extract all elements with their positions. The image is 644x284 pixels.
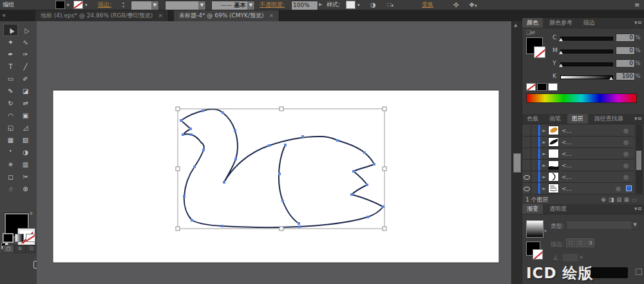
target-icon[interactable]: ◎ xyxy=(623,162,634,169)
color-spectrum-bar[interactable] xyxy=(526,93,637,103)
lock-cell[interactable] xyxy=(531,171,538,182)
panel-menu-icon[interactable]: ≡ xyxy=(634,1,639,9)
expand-icon[interactable]: ► xyxy=(540,186,548,191)
graph-tool[interactable]: ▥ xyxy=(18,158,33,171)
type-tool[interactable]: T xyxy=(3,61,18,73)
curvature-pen-tool[interactable]: ✑ xyxy=(18,48,33,61)
symbol-options-icon[interactable]: ∷▾ xyxy=(387,1,393,9)
stroke-gradient-across-icon[interactable]: ◨ xyxy=(585,238,594,247)
expand-icon[interactable]: ► xyxy=(540,151,548,156)
symbol-sprayer-tool[interactable]: ✳ xyxy=(3,158,18,171)
new-layer-icon[interactable]: ⊞ xyxy=(624,196,632,203)
lock-cell[interactable] xyxy=(531,125,538,136)
layer-row[interactable]: ► <... ◎ xyxy=(522,137,634,148)
tab-brushes[interactable]: 画笔 xyxy=(545,114,565,124)
tab-transparency[interactable]: 透明度 xyxy=(545,204,571,214)
stroke-weight-dropdown[interactable]: ▼ xyxy=(131,1,159,9)
shape-builder-tool[interactable]: ◱ xyxy=(3,122,18,134)
stroke-gradient-within-icon[interactable]: ◻ xyxy=(566,238,575,247)
target-icon[interactable]: ◎ xyxy=(616,185,626,192)
gradient-type-dropdown[interactable]: ▼ xyxy=(566,220,639,230)
fill-color-swatch[interactable]: ▾ xyxy=(55,1,69,9)
artboard-tool[interactable]: ◻ xyxy=(3,171,18,183)
canvas-area[interactable]: ▲ xyxy=(37,21,522,284)
clipping-mask-icon[interactable]: ◨ xyxy=(609,196,617,203)
layer-row[interactable]: ► <... ◎ xyxy=(522,171,634,183)
brush-definition-dropdown[interactable]: —— 基本▼ xyxy=(211,1,255,9)
line-segment-tool[interactable]: ╱ xyxy=(18,61,33,73)
document-tab-2[interactable]: 未标题-4* @ 69% (CMYK/预览)× xyxy=(174,10,279,21)
rotate-tool[interactable]: ↻ xyxy=(3,97,18,109)
draw-inside-button[interactable]: ⊡ xyxy=(26,245,37,253)
color-button[interactable] xyxy=(3,234,13,242)
none-button[interactable] xyxy=(26,234,35,242)
magic-wand-tool[interactable]: ✦ xyxy=(3,36,18,48)
none-swatch[interactable] xyxy=(526,83,536,91)
target-icon[interactable]: ◎ xyxy=(623,174,634,180)
direct-selection-tool[interactable]: △ xyxy=(18,24,33,36)
chevron-down-icon[interactable]: ▾ xyxy=(544,229,547,234)
tab-layers[interactable]: 图层 xyxy=(567,114,588,124)
eye-icon[interactable] xyxy=(522,183,531,194)
gradient-angle-dropdown[interactable]: ▾ xyxy=(562,253,585,262)
pen-tool[interactable]: ✒ xyxy=(3,48,18,61)
scrollbar-thumb[interactable] xyxy=(513,153,521,173)
new-sublayer-icon[interactable]: ⊟ xyxy=(616,196,624,203)
gradient-preview-swatch[interactable] xyxy=(526,220,544,238)
tab-color-guide[interactable]: 颜色参考 xyxy=(545,18,577,28)
stroke-weight-stepper[interactable]: ▴▾ xyxy=(122,1,124,9)
transform-link[interactable]: 变换 xyxy=(422,1,433,9)
black-swatch[interactable] xyxy=(537,83,547,91)
free-transform-tool[interactable]: ▣ xyxy=(18,109,33,122)
draw-normal-button[interactable]: ▢ xyxy=(3,245,14,253)
panel-menu-icon[interactable]: ▾≡ xyxy=(634,115,642,122)
eraser-tool[interactable]: ◪ xyxy=(18,85,33,97)
expand-icon[interactable]: ► xyxy=(540,140,548,145)
rectangle-tool[interactable]: ▭ xyxy=(3,73,18,85)
visibility-cell[interactable] xyxy=(522,148,531,159)
opacity-link[interactable]: 不透明度: xyxy=(260,1,285,9)
stroke-color-swatch[interactable]: ▾ xyxy=(73,1,87,9)
opacity-field[interactable]: 100% xyxy=(291,1,318,9)
white-swatch[interactable] xyxy=(548,83,558,91)
lock-cell[interactable] xyxy=(531,148,538,159)
visibility-cell[interactable] xyxy=(522,137,531,147)
width-profile-dropdown[interactable]: ▼ xyxy=(165,1,206,9)
visibility-cell[interactable] xyxy=(522,160,531,171)
target-icon[interactable]: ◎ xyxy=(623,139,634,146)
recolor-artwork-icon[interactable]: ◑ xyxy=(370,1,376,9)
gradient-tool[interactable]: ▧ xyxy=(18,134,33,146)
graphic-style-swatch[interactable]: ▾ xyxy=(346,1,359,9)
canvas-vertical-scrollbar[interactable]: ▲ xyxy=(511,21,522,284)
scroll-up-icon[interactable]: ▲ xyxy=(514,23,517,28)
layer-row[interactable]: ► <... ◎ xyxy=(522,160,634,171)
arrange-icon[interactable]: ❖▾ xyxy=(469,1,477,9)
tab-gradient[interactable]: 渐变 xyxy=(522,204,543,214)
close-icon[interactable]: × xyxy=(158,12,163,19)
expand-icon[interactable]: ► xyxy=(540,175,548,180)
lasso-tool[interactable]: ∿ xyxy=(18,36,33,48)
collapse-panels-icon[interactable]: « xyxy=(2,12,6,19)
layer-row[interactable]: ► <... ◎ xyxy=(522,183,634,194)
slice-tool[interactable]: ✂ xyxy=(18,171,33,183)
panel-menu-icon[interactable]: ▾≡ xyxy=(634,205,642,212)
mesh-tool[interactable]: ▦ xyxy=(3,134,18,146)
pencil-tool[interactable]: ✎ xyxy=(3,85,18,97)
tab-swatches[interactable]: 色板 xyxy=(522,114,543,124)
swap-fill-stroke-icon[interactable]: ⇄ xyxy=(28,211,33,216)
eyedropper-tool[interactable]: ❜ xyxy=(3,146,18,158)
paintbrush-tool[interactable]: ✐ xyxy=(18,73,33,85)
tab-stroke[interactable]: 描边 xyxy=(579,18,600,28)
lock-cell[interactable] xyxy=(531,137,538,147)
layer-row[interactable]: ► <... ◎ xyxy=(522,148,634,160)
swatch-options-icon[interactable]: ❏⇄ xyxy=(526,30,535,35)
perspective-grid-tool[interactable]: ◿ xyxy=(18,122,33,134)
panel-menu-icon[interactable]: ▾≡ xyxy=(634,19,642,26)
close-icon[interactable]: × xyxy=(269,12,274,19)
expand-icon[interactable]: ► xyxy=(540,128,548,133)
expand-icon[interactable]: ► xyxy=(540,163,548,168)
stroke-gradient-along-icon[interactable]: ◫ xyxy=(576,238,585,247)
target-icon[interactable]: ◎ xyxy=(623,151,634,157)
width-tool[interactable]: ◠ xyxy=(3,109,18,122)
tab-pathfinder[interactable]: 路径查找器 xyxy=(590,114,628,124)
